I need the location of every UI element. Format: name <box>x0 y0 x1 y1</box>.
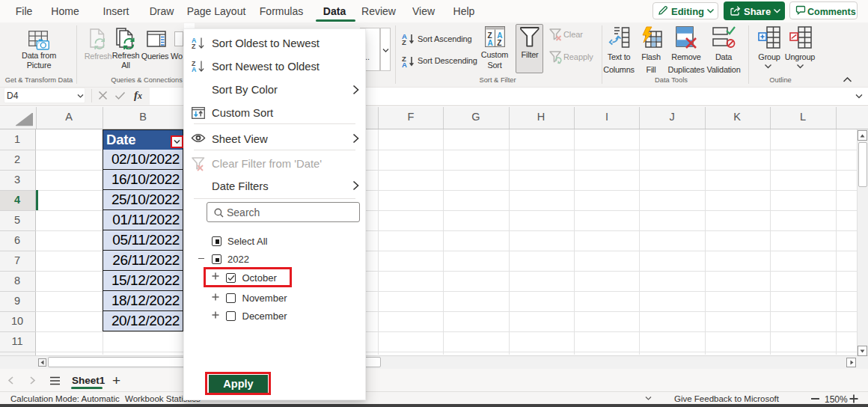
svg-text:Z: Z <box>192 43 196 49</box>
svg-text:A: A <box>488 39 493 47</box>
svg-text:A: A <box>192 66 197 73</box>
svg-text:A: A <box>402 61 407 67</box>
svg-text:Z: Z <box>497 39 501 47</box>
svg-text:Z: Z <box>402 38 406 45</box>
